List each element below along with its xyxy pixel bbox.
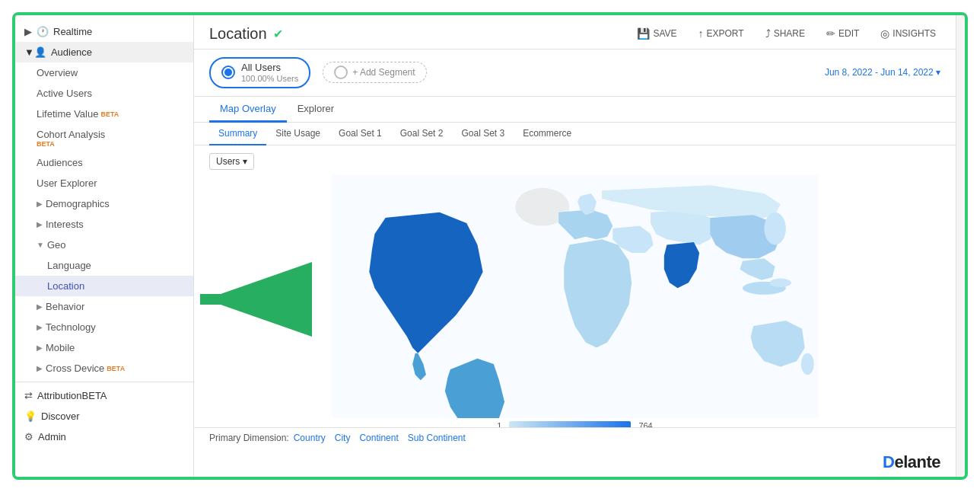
mobile-arrow: ▶ [37,343,43,352]
clock-icon: 🕐 [37,26,49,37]
overview-label: Overview [37,67,78,78]
sidebar-item-cross-device[interactable]: ▶ Cross Device BETA [15,358,193,379]
subtab-goal-set-1[interactable]: Goal Set 1 [329,123,391,145]
scrollbar[interactable] [956,15,965,477]
page-title: Location [209,25,267,43]
cross-device-arrow: ▶ [37,364,43,372]
admin-label: Admin [38,431,66,442]
location-label: Location [47,280,84,292]
segment-title: All Users [241,62,298,74]
demographics-arrow: ▶ [37,200,43,208]
legend-max: 764 [638,421,652,427]
cross-device-beta: BETA [107,365,125,372]
technology-label: Technology [46,321,96,333]
segment-text: All Users 100.00% Users [241,62,298,84]
sidebar-item-mobile[interactable]: ▶ Mobile [15,337,193,358]
topbar: Location ✔ 💾 SAVE ↑ EXPORT ⤴ SHARE [194,15,956,50]
sidebar-item-realtime[interactable]: ▶ 🕐 Realtime [15,21,193,42]
subtab-site-usage[interactable]: Site Usage [266,123,329,145]
geo-arrow: ▼ [37,241,44,249]
site-usage-label: Site Usage [275,128,320,139]
attribution-icon: ⇄ [24,390,33,401]
subtab-goal-set-2[interactable]: Goal Set 2 [391,123,453,145]
interests-arrow: ▶ [37,220,43,228]
users-dropdown-chevron: ▾ [243,156,247,167]
audience-collapse-icon: ▼ [24,46,34,58]
person-icon: 👤 [34,46,46,58]
legend-gradient [509,421,631,427]
edit-icon: ✏ [826,27,835,40]
sidebar-item-behavior[interactable]: ▶ Behavior [15,296,193,317]
summary-label: Summary [218,128,257,139]
demographics-label: Demographics [46,198,110,209]
footer-brand: Delante [194,448,956,477]
add-segment-label: + Add Segment [352,67,415,78]
world-map [209,174,940,418]
edit-button[interactable]: ✏ EDIT [822,24,864,43]
dim-continent[interactable]: Continent [359,433,398,443]
audiences-label: Audiences [37,157,83,168]
sidebar-item-technology[interactable]: ▶ Technology [15,317,193,337]
discover-label: Discover [41,411,80,422]
sidebar-item-attribution[interactable]: ⇄ Attribution BETA [15,385,193,406]
users-dropdown[interactable]: Users ▾ [209,153,254,170]
sidebar-item-geo[interactable]: ▼ Geo [15,235,193,255]
ecommerce-label: Ecommerce [523,128,571,139]
sidebar-realtime-label: Realtime [53,26,92,37]
share-button[interactable]: ⤴ SHARE [761,24,810,43]
sidebar-item-location[interactable]: Location [15,276,193,296]
all-users-segment[interactable]: All Users 100.00% Users [209,57,310,88]
edit-label: EDIT [838,28,859,39]
sidebar-item-demographics[interactable]: ▶ Demographics [15,193,193,214]
sidebar-item-interests[interactable]: ▶ Interests [15,214,193,235]
legend-min: 1 [497,421,501,427]
sidebar-item-admin[interactable]: ⚙ Admin [15,427,193,447]
sidebar-item-audience[interactable]: ▼ 👤 Audience [15,42,193,62]
goal-set-1-label: Goal Set 1 [339,128,382,139]
explorer-label: Explorer [298,103,334,114]
goal-set-2-label: Goal Set 2 [400,128,444,139]
admin-icon: ⚙ [24,431,33,442]
brand-d: D [883,452,894,471]
subtab-summary[interactable]: Summary [209,123,266,145]
save-label: SAVE [653,28,676,39]
geo-label: Geo [47,239,66,251]
attribution-label: Attribution [37,390,82,401]
svg-point-3 [770,278,791,286]
topbar-left: Location ✔ [209,25,283,43]
add-segment-button[interactable]: + Add Segment [323,62,426,83]
date-range-label: Jun 8, 2022 - Jun 14, 2022 [825,67,934,78]
dim-city[interactable]: City [335,433,351,443]
sidebar-item-cohort[interactable]: Cohort Analysis BETA [15,124,193,152]
sidebar-item-active-users[interactable]: Active Users [15,83,193,104]
active-users-label: Active Users [37,88,92,99]
tab-explorer[interactable]: Explorer [287,97,345,123]
sidebar-item-language[interactable]: Language [15,255,193,276]
brand-logo: Delante [883,452,940,472]
segment-circle-inner [224,69,232,76]
sidebar-item-user-explorer[interactable]: User Explorer [15,173,193,193]
subtab-ecommerce[interactable]: Ecommerce [514,123,581,145]
verified-icon: ✔ [273,27,283,41]
attribution-beta: BETA [82,390,107,401]
realtime-icon: ▶ [24,26,32,37]
topbar-right: 💾 SAVE ↑ EXPORT ⤴ SHARE ✏ EDIT [632,24,940,43]
insights-button[interactable]: ◎ INSIGHTS [876,24,940,43]
sidebar-item-audiences[interactable]: Audiences [15,152,193,173]
map-overlay-label: Map Overlay [220,103,276,114]
cohort-beta: BETA [37,140,55,148]
export-button[interactable]: ↑ EXPORT [694,24,749,43]
sidebar-item-lifetime-value[interactable]: Lifetime Value BETA [15,104,193,124]
interests-label: Interests [46,219,84,230]
sidebar-item-overview[interactable]: Overview [15,62,193,83]
dim-sub-continent[interactable]: Sub Continent [408,433,466,443]
save-button[interactable]: 💾 SAVE [632,24,681,43]
dim-country[interactable]: Country [294,433,326,443]
subtab-goal-set-3[interactable]: Goal Set 3 [452,123,514,145]
sidebar-item-discover[interactable]: 💡 Discover [15,406,193,427]
date-range[interactable]: Jun 8, 2022 - Jun 14, 2022 ▾ [825,67,940,78]
share-label: SHARE [774,28,805,39]
date-range-chevron: ▾ [936,67,940,78]
insights-label: INSIGHTS [892,28,936,39]
tab-map-overlay[interactable]: Map Overlay [209,97,287,123]
